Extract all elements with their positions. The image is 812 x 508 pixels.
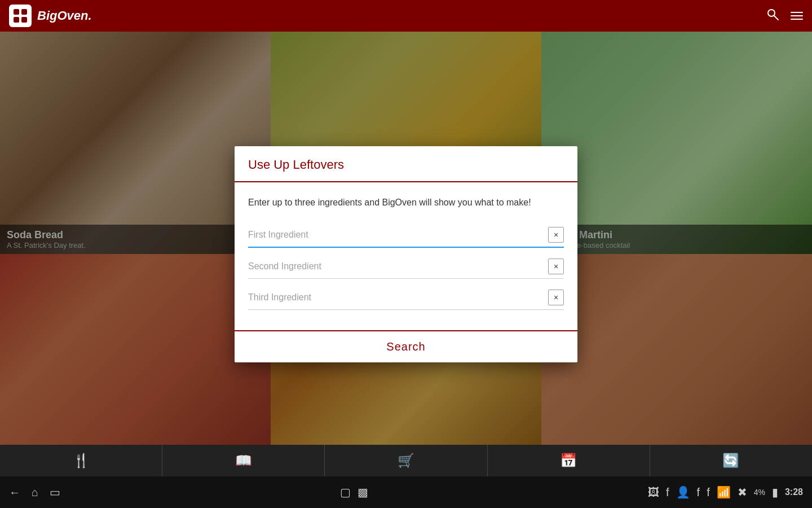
modal-overlay: Use Up Leftovers Enter up to three ingre… xyxy=(0,0,812,508)
third-ingredient-field: × xyxy=(248,288,564,310)
first-ingredient-input[interactable] xyxy=(248,225,544,244)
clear-third-ingredient-button[interactable]: × xyxy=(548,290,564,305)
modal-title: Use Up Leftovers xyxy=(248,157,564,172)
second-ingredient-field: × xyxy=(248,257,564,279)
search-button-label: Search xyxy=(386,340,425,353)
third-ingredient-input[interactable] xyxy=(248,288,544,307)
modal-body: Enter up to three ingredients and BigOve… xyxy=(235,182,577,330)
modal-header: Use Up Leftovers xyxy=(235,146,577,182)
clear-first-ingredient-button[interactable]: × xyxy=(548,227,564,243)
use-up-leftovers-modal: Use Up Leftovers Enter up to three ingre… xyxy=(235,146,577,362)
second-ingredient-input[interactable] xyxy=(248,257,544,276)
first-ingredient-field: × xyxy=(248,225,564,248)
modal-description: Enter up to three ingredients and BigOve… xyxy=(248,196,564,209)
clear-second-ingredient-button[interactable]: × xyxy=(548,259,564,274)
search-button[interactable]: Search xyxy=(235,330,577,362)
